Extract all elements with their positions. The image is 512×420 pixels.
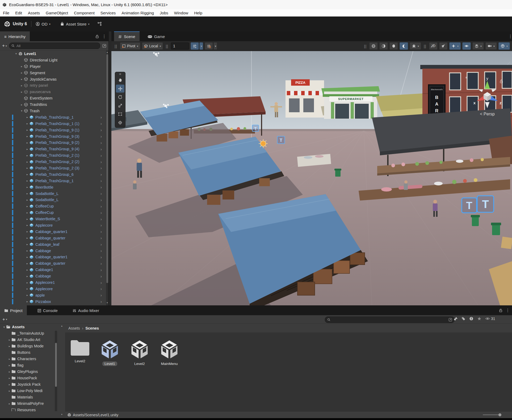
- hierarchy-row[interactable]: ▸Cabbage›: [0, 248, 106, 254]
- prefab-chevron-icon[interactable]: ›: [100, 293, 102, 297]
- scene-menu-icon[interactable]: ⋮: [508, 34, 512, 39]
- expand-arrow-icon[interactable]: ▸: [25, 249, 30, 252]
- prefab-chevron-icon[interactable]: ›: [100, 172, 102, 177]
- directional-light-gizmo[interactable]: [259, 139, 268, 148]
- expand-arrow-icon[interactable]: ▸: [25, 173, 30, 176]
- expand-arrow-icon[interactable]: ▸: [25, 122, 30, 125]
- rect-tool[interactable]: [116, 110, 124, 118]
- expand-arrow-icon[interactable]: ▸: [25, 135, 30, 138]
- hierarchy-row[interactable]: ▸Prefab_TrashGroup_9 (2)›: [0, 139, 106, 146]
- breadcrumb-root[interactable]: Assets: [68, 326, 80, 330]
- prefab-chevron-icon[interactable]: ›: [100, 268, 102, 272]
- hierarchy-row[interactable]: ▸BeerBottle›: [0, 184, 106, 190]
- project-lock-icon[interactable]: [499, 309, 502, 312]
- hierarchy-search[interactable]: [9, 43, 100, 49]
- prefab-chevron-icon[interactable]: ›: [100, 204, 102, 209]
- breadcrumb-current[interactable]: Scenes: [85, 326, 99, 330]
- expand-arrow-icon[interactable]: ▸: [25, 205, 30, 208]
- hierarchy-row[interactable]: ▸Cabbage_quarter1›: [0, 254, 106, 260]
- expand-arrow-icon[interactable]: ▸: [19, 103, 24, 106]
- expand-arrow-icon[interactable]: ▸: [25, 224, 30, 227]
- hierarchy-row[interactable]: ▸Cabbage1›: [0, 267, 106, 273]
- expand-arrow-icon[interactable]: ▸: [25, 211, 30, 214]
- visible-count[interactable]: 31: [485, 317, 495, 321]
- grid-visibility-button[interactable]: [205, 42, 213, 50]
- grid-visibility-dropdown[interactable]: ▾: [213, 42, 217, 50]
- tab-audio-mixer[interactable]: Audio Mixer: [68, 305, 103, 315]
- prefab-chevron-icon[interactable]: ›: [100, 261, 102, 266]
- expand-arrow-icon[interactable]: ▸: [7, 402, 11, 405]
- hierarchy-row[interactable]: ▾Level1: [0, 51, 106, 57]
- layers-dropdown[interactable]: ▾: [472, 42, 484, 50]
- expand-arrow-icon[interactable]: ▸: [7, 389, 11, 392]
- prefab-chevron-icon[interactable]: ›: [100, 115, 102, 119]
- hierarchy-row[interactable]: ▸Player: [0, 63, 106, 70]
- prefab-chevron-icon[interactable]: ›: [100, 248, 102, 253]
- effects-dropdown[interactable]: ▾: [449, 42, 461, 50]
- hierarchy-row[interactable]: ▸Pizzabox›: [0, 298, 106, 305]
- expand-arrow-icon[interactable]: ▸: [19, 78, 24, 81]
- expand-arrow-icon[interactable]: ▸: [25, 268, 30, 271]
- scene-viewport[interactable]: Ne PIZZA: [111, 51, 512, 305]
- tab-scene[interactable]: Scene: [114, 31, 140, 41]
- hierarchy-row[interactable]: ▸Cabbage›: [0, 273, 106, 279]
- hierarchy-row[interactable]: ▸SodaBottle_L›: [0, 197, 106, 203]
- text-gizmo[interactable]: T: [277, 136, 285, 144]
- hierarchy-row[interactable]: ▸Prefab_TrashGroup_2 (2)›: [0, 159, 106, 165]
- toggle-2d-button[interactable]: 2D: [429, 42, 438, 50]
- scroll-up-icon[interactable]: ▲: [106, 51, 108, 53]
- pivot-dropdown[interactable]: Pivot▾: [120, 42, 140, 50]
- menu-item-component[interactable]: Component: [71, 9, 98, 16]
- overlay-drag-handle[interactable]: ≡: [119, 73, 121, 76]
- scene-lighting-toggle[interactable]: [400, 42, 408, 50]
- hierarchy-row[interactable]: ▸Prefab_TrashGroup_6›: [0, 171, 106, 178]
- shading-shaded-button[interactable]: [389, 42, 398, 50]
- hierarchy-menu-icon[interactable]: ⋮: [102, 34, 106, 39]
- prefab-chevron-icon[interactable]: ›: [100, 236, 102, 240]
- rotate-tool[interactable]: [116, 93, 124, 101]
- expand-arrow-icon[interactable]: ▸: [7, 345, 11, 348]
- project-tree-scrollbar[interactable]: [55, 331, 57, 420]
- hierarchy-row[interactable]: ▸Cabbage_quarter›: [0, 235, 106, 241]
- prefab-chevron-icon[interactable]: ›: [100, 147, 102, 151]
- asset-item-level2[interactable]: Level2: [125, 339, 154, 366]
- tree-scroll-up-icon[interactable]: ▲: [61, 325, 63, 327]
- grid-snap-dropdown[interactable]: ▾: [199, 42, 203, 50]
- hierarchy-row[interactable]: ▸apple›: [0, 292, 106, 298]
- hierarchy-add-button[interactable]: +▾: [2, 43, 7, 48]
- hierarchy-row[interactable]: ▸Prefab_TrashGroup_9 (4)›: [0, 146, 106, 152]
- expand-arrow-icon[interactable]: ▾: [19, 109, 24, 112]
- hierarchy-scrollbar[interactable]: [106, 51, 108, 305]
- hierarchy-row[interactable]: ▸Applecore›: [0, 286, 106, 292]
- menu-item-help[interactable]: Help: [191, 9, 205, 16]
- tree-scroll-down-icon[interactable]: ▼: [61, 413, 63, 416]
- open-search-window-icon[interactable]: [448, 318, 452, 322]
- prefab-chevron-icon[interactable]: ›: [100, 153, 102, 158]
- favorites-star-icon[interactable]: [477, 317, 481, 321]
- expand-arrow-icon[interactable]: ▸: [25, 256, 30, 259]
- transform-tool[interactable]: [116, 119, 124, 127]
- expand-arrow-icon[interactable]: ▸: [25, 218, 30, 221]
- menu-item-services[interactable]: Services: [98, 9, 119, 16]
- hierarchy-row[interactable]: ▸Prefab_TrashGroup_9 (3)›: [0, 133, 106, 140]
- expand-arrow-icon[interactable]: ▸: [25, 141, 30, 144]
- asset-item-level2[interactable]: Level2: [65, 339, 95, 363]
- expand-arrow-icon[interactable]: ▸: [25, 287, 30, 290]
- grid-size-input[interactable]: [171, 43, 189, 49]
- hierarchy-search-input[interactable]: [16, 44, 98, 48]
- expand-arrow-icon[interactable]: ▾: [2, 326, 6, 328]
- prefab-chevron-icon[interactable]: ›: [100, 242, 102, 247]
- scroll-down-icon[interactable]: ▼: [106, 302, 108, 304]
- menu-item-edit[interactable]: Edit: [12, 9, 25, 16]
- gizmo-overlay-handle[interactable]: ≡: [465, 76, 468, 80]
- hierarchy-row[interactable]: ▸Prefab_TrashGroup_1›: [0, 178, 106, 184]
- prefab-chevron-icon[interactable]: ›: [100, 299, 102, 304]
- shading-shaded-wire-button[interactable]: [379, 42, 388, 50]
- hierarchy-row[interactable]: ▸SodaBottle_L›: [0, 190, 106, 197]
- expand-arrow-icon[interactable]: ▸: [7, 383, 11, 386]
- prefab-chevron-icon[interactable]: ›: [100, 280, 102, 285]
- asset-item-mainmenu[interactable]: MainMenu: [154, 339, 184, 366]
- prefab-chevron-icon[interactable]: ›: [100, 121, 102, 126]
- move-tool[interactable]: [116, 85, 124, 93]
- hierarchy-row[interactable]: EventSystem: [0, 95, 106, 101]
